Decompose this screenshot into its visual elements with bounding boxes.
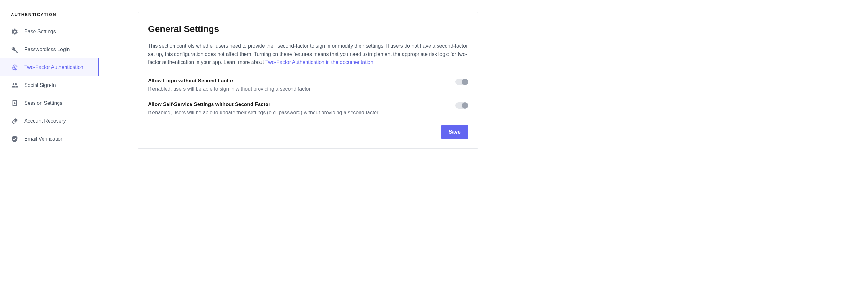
setting-description: If enabled, users will be able to update… bbox=[148, 110, 443, 116]
sidebar-item-label: Session Settings bbox=[24, 100, 62, 106]
toggle-knob bbox=[462, 102, 468, 109]
key-icon bbox=[11, 46, 19, 53]
sidebar-item-label: Passwordless Login bbox=[24, 46, 70, 53]
sidebar-item-label: Email Verification bbox=[24, 136, 64, 142]
device-lock-icon bbox=[11, 99, 19, 107]
sidebar-item-two-factor-authentication[interactable]: Two-Factor Authentication bbox=[0, 59, 99, 76]
toggle-knob bbox=[462, 78, 468, 85]
sidebar-heading: AUTHENTICATION bbox=[0, 12, 99, 23]
sidebar-item-passwordless-login[interactable]: Passwordless Login bbox=[0, 40, 99, 59]
sidebar-item-label: Account Recovery bbox=[24, 118, 66, 124]
setting-allow-self-service-without-second-factor: Allow Self-Service Settings without Seco… bbox=[148, 102, 468, 116]
general-settings-card: General Settings This section controls w… bbox=[138, 12, 478, 149]
setting-title: Allow Login without Second Factor bbox=[148, 78, 443, 84]
fingerprint-icon bbox=[11, 64, 19, 71]
sidebar: AUTHENTICATION Base Settings Passwordles… bbox=[0, 0, 99, 292]
save-button[interactable]: Save bbox=[441, 125, 468, 139]
sidebar-item-social-sign-in[interactable]: Social Sign-In bbox=[0, 76, 99, 94]
setting-text: Allow Login without Second Factor If ena… bbox=[148, 78, 443, 92]
toggle-allow-self-service-without-second-factor[interactable] bbox=[456, 102, 468, 109]
card-actions: Save bbox=[148, 125, 468, 139]
sidebar-item-label: Base Settings bbox=[24, 29, 56, 34]
sidebar-item-email-verification[interactable]: Email Verification bbox=[0, 130, 99, 148]
description-text-after: . bbox=[373, 59, 375, 65]
setting-title: Allow Self-Service Settings without Seco… bbox=[148, 102, 443, 107]
page-description: This section controls whether users need… bbox=[148, 42, 468, 66]
sidebar-item-account-recovery[interactable]: Account Recovery bbox=[0, 112, 99, 130]
main-content: General Settings This section controls w… bbox=[99, 0, 868, 292]
bandage-icon bbox=[11, 117, 19, 125]
shield-check-icon bbox=[11, 135, 19, 143]
documentation-link[interactable]: Two-Factor Authentication in the documen… bbox=[265, 59, 373, 65]
gear-icon bbox=[11, 28, 19, 35]
setting-description: If enabled, users will be able to sign i… bbox=[148, 86, 443, 92]
sidebar-item-base-settings[interactable]: Base Settings bbox=[0, 23, 99, 40]
sidebar-item-label: Two-Factor Authentication bbox=[24, 65, 84, 70]
page-title: General Settings bbox=[148, 24, 468, 34]
sidebar-item-label: Social Sign-In bbox=[24, 83, 56, 88]
setting-text: Allow Self-Service Settings without Seco… bbox=[148, 102, 443, 116]
people-icon bbox=[11, 82, 19, 89]
sidebar-item-session-settings[interactable]: Session Settings bbox=[0, 94, 99, 112]
setting-allow-login-without-second-factor: Allow Login without Second Factor If ena… bbox=[148, 78, 468, 92]
toggle-allow-login-without-second-factor[interactable] bbox=[456, 78, 468, 85]
